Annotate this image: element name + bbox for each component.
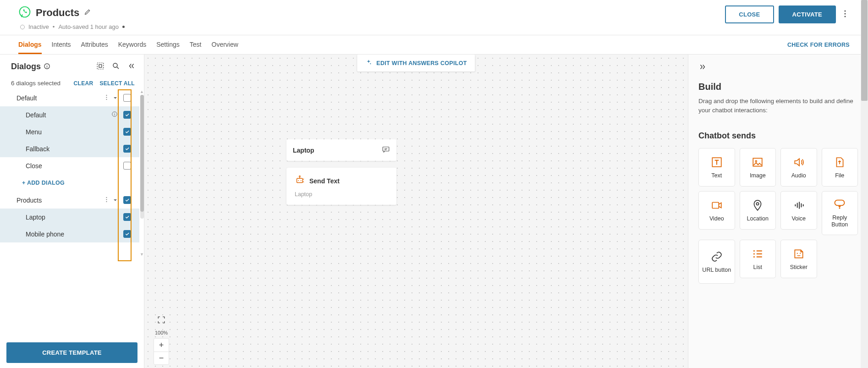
svg-rect-31 [712,202,719,208]
checkbox[interactable] [123,162,131,170]
status-indicator-icon [20,25,25,29]
bot-icon [295,175,305,187]
check-errors-link[interactable]: CHECK FOR ERRORS [787,42,850,48]
block-label: URL button [702,267,731,274]
group-more-icon[interactable] [106,94,107,102]
page-scrollbar[interactable] [861,55,868,368]
select-area-icon[interactable] [96,62,104,71]
block-reply[interactable]: Reply Button [822,191,858,235]
chevron-down-icon[interactable] [113,94,118,102]
collapse-sidebar-icon[interactable] [127,62,136,71]
block-list[interactable]: List [740,240,776,278]
block-label: Text [711,172,722,179]
dialog-node-header[interactable]: Laptop [286,139,396,161]
checkbox[interactable] [123,230,131,238]
tab-test[interactable]: Test [190,35,202,54]
checkbox[interactable] [123,94,131,102]
block-label: Image [750,172,766,179]
sticker-icon [793,247,805,260]
edit-title-icon[interactable] [84,8,91,17]
svg-point-9 [113,63,117,67]
edit-with-copilot-button[interactable]: EDIT WITH ANSWERS COPILOT [357,55,475,71]
block-file[interactable]: File [822,148,858,187]
svg-rect-23 [297,178,303,182]
url-icon [711,250,723,263]
checkbox[interactable] [123,213,131,221]
tab-keywords[interactable]: Keywords [118,35,146,54]
block-url[interactable]: URL button [698,240,735,284]
expand-panel-icon[interactable] [698,65,707,72]
tab-attributes[interactable]: Attributes [81,35,108,54]
group-row[interactable]: Products [0,192,139,209]
clear-selection-link[interactable]: CLEAR [74,80,93,87]
info-icon[interactable] [111,111,118,119]
svg-line-10 [117,67,119,69]
group-row[interactable]: Default [0,89,139,106]
svg-point-24 [298,180,299,181]
reply-icon [833,198,846,211]
svg-point-12 [106,97,107,98]
block-text[interactable]: Text [698,148,735,187]
search-icon[interactable] [112,62,120,71]
checkbox[interactable] [123,128,131,136]
scroll-down-icon[interactable]: ▼ [140,252,144,256]
add-dialog-button[interactable]: + ADD DIALOG [0,174,139,192]
dialog-item[interactable]: Default [0,106,139,123]
scroll-up-icon[interactable]: ▲ [140,89,144,93]
send-text-body: Laptop [295,191,388,198]
header-more-icon[interactable] [841,7,850,22]
send-text-node[interactable]: Send Text Laptop [286,168,396,205]
dialog-item[interactable]: Fallback [0,140,139,157]
svg-point-47 [800,253,801,253]
status-text: Inactive [28,23,49,30]
checkbox[interactable] [123,145,131,153]
dialog-item[interactable]: Close [0,157,139,174]
chevron-down-icon[interactable] [113,197,118,204]
tab-settings[interactable]: Settings [156,35,180,54]
svg-rect-8 [99,65,102,67]
audio-icon [793,156,805,169]
close-button[interactable]: CLOSE [725,5,774,23]
dialog-item[interactable]: Laptop [0,209,139,225]
svg-point-46 [797,253,797,253]
zoom-in-button[interactable]: + [154,339,169,352]
sidebar-scrollbar[interactable] [140,95,144,219]
dialog-item[interactable]: Mobile phone [0,225,139,242]
select-all-link[interactable]: SELECT ALL [99,80,135,87]
build-panel: Build Drag and drop the following elemen… [688,55,868,368]
dialog-item-label: Close [26,162,123,170]
sparkle-icon [365,59,372,67]
zoom-out-button[interactable]: − [154,352,169,364]
tab-dialogs[interactable]: Dialogs [18,35,42,54]
dialog-item[interactable]: Menu [0,123,139,140]
create-template-button[interactable]: CREATE TEMPLATE [6,342,137,363]
checkbox[interactable] [123,111,131,119]
panel-title: Build [698,82,858,92]
block-video[interactable]: Video [698,191,735,230]
tab-intents[interactable]: Intents [52,35,71,54]
group-label: Products [16,197,106,204]
svg-point-32 [757,203,759,205]
zoom-fit-icon[interactable] [154,313,169,327]
block-voice[interactable]: Voice [780,191,817,230]
block-location[interactable]: Location [740,191,776,230]
group-more-icon[interactable] [106,197,107,204]
svg-point-3 [844,16,846,17]
block-label: Voice [791,215,806,222]
svg-rect-38 [835,200,845,206]
block-sticker[interactable]: Sticker [780,240,817,278]
dialog-item-label: Mobile phone [26,231,123,238]
block-label: Sticker [790,264,808,271]
tab-overview[interactable]: Overview [212,35,238,54]
block-image[interactable]: Image [740,148,776,187]
svg-rect-20 [383,147,389,151]
checkbox[interactable] [123,196,131,204]
activate-button[interactable]: ACTIVATE [779,5,836,23]
block-audio[interactable]: Audio [780,148,817,187]
flow-canvas[interactable]: EDIT WITH ANSWERS COPILOT Laptop Send Te… [144,55,688,368]
send-text-label: Send Text [309,177,340,185]
svg-point-41 [753,253,755,254]
svg-point-30 [755,160,757,162]
info-icon[interactable] [44,63,50,71]
image-icon [752,156,764,169]
